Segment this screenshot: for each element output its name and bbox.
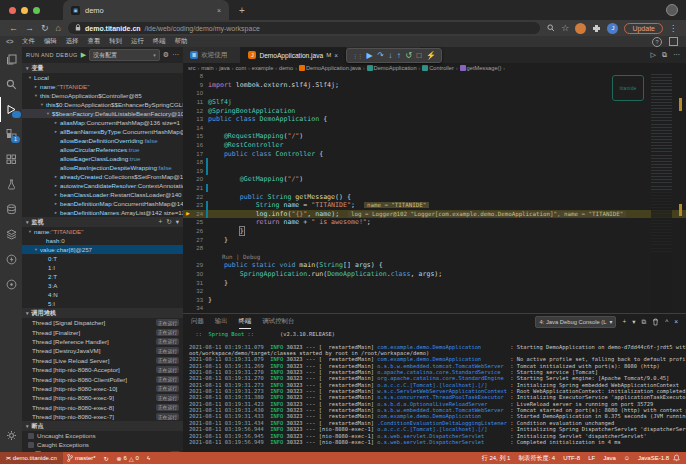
tree-chevron-icon[interactable]: ▾ — [32, 247, 40, 252]
watch-row[interactable]: hash: 0 — [22, 236, 183, 245]
jdk-indicator[interactable]: JavaSE-1.8 — [634, 455, 673, 461]
add-watch-icon[interactable]: + — [158, 218, 162, 226]
encoding-indicator[interactable]: UTF-8 — [559, 455, 584, 461]
chevron-down-icon[interactable]: ▾ — [632, 318, 635, 326]
breadcrumb-item[interactable]: example › — [252, 65, 279, 71]
language-indicator[interactable]: Java — [599, 455, 620, 461]
tree-chevron-icon[interactable]: ▸ — [52, 174, 60, 179]
watch-row[interactable]: 3: A — [22, 281, 183, 290]
help-icon[interactable]: ? — [652, 37, 662, 47]
debug-toolbar-button[interactable]: ↑ — [397, 51, 401, 60]
maximize-panel-icon[interactable]: ^ — [665, 318, 668, 325]
search-icon[interactable] — [0, 72, 22, 97]
current-line-breakpoint-icon[interactable] — [183, 192, 192, 201]
tree-chevron-icon[interactable]: ▸ — [52, 192, 60, 197]
variable-row[interactable]: allowBeanDefinitionOverriding: false — [22, 136, 183, 145]
current-line-breakpoint-icon[interactable] — [183, 244, 192, 253]
tree-chevron-icon[interactable]: ▸ — [52, 129, 60, 134]
debug-toolbar-button[interactable]: ↷ — [377, 51, 384, 60]
watch-row[interactable]: 4: N — [22, 290, 183, 299]
collapse-watch-icon[interactable]: ▾ — [176, 218, 179, 226]
menu-item[interactable]: 文件 — [18, 37, 40, 46]
variable-row[interactable]: ▸ autowireCandidateResolver: ContextAnno… — [22, 181, 183, 190]
close-panel-icon[interactable]: × — [674, 318, 678, 325]
share-icon[interactable] — [0, 272, 22, 297]
code-line[interactable]: 28 — [183, 244, 686, 253]
code-line[interactable]: 34 — [183, 304, 686, 313]
code-line[interactable]: 22 public String getMessage() { — [183, 192, 686, 201]
breadcrumb-item[interactable]: getMessage() › — [460, 65, 507, 71]
code-line[interactable]: 12 @SpringBootApplication — [183, 106, 686, 115]
code-line[interactable]: 27 } — [183, 235, 686, 244]
reload-button[interactable]: ↻ — [41, 24, 49, 33]
problems-indicator[interactable]: ⊗ 6 △ 0 — [113, 455, 143, 462]
code-line[interactable]: 23 String name = "TITANIDE"; name = "TIT… — [183, 201, 686, 210]
thread-row[interactable]: Thread [http-nio-8080-ClientPoller] 正在运行 — [22, 374, 183, 383]
editor-gutter[interactable]: 13 — [183, 115, 208, 124]
variable-row[interactable]: allowCircularReferences: true — [22, 145, 183, 154]
thread-row[interactable]: Thread [DestroyJavaVM] 正在运行 — [22, 346, 183, 355]
thread-row[interactable]: Thread [http-nio-8080-exec-7] 正在运行 — [22, 412, 183, 421]
tree-chevron-icon[interactable]: ▸ — [52, 201, 60, 206]
debug-status-icon[interactable]: ϟ — [143, 455, 154, 461]
code-line[interactable]: 8 — [183, 72, 686, 81]
editor-gutter[interactable]: 31 — [183, 278, 208, 287]
java-status-icon[interactable]: ☺ — [620, 455, 634, 461]
current-line-breakpoint-icon[interactable] — [183, 235, 192, 244]
kill-terminal-icon[interactable] — [652, 318, 659, 326]
panel-tab[interactable]: 问题 — [191, 314, 204, 329]
current-line-breakpoint-icon[interactable] — [183, 252, 192, 261]
checkbox-unchecked[interactable] — [28, 442, 34, 448]
code-line[interactable]: 18 — [183, 158, 686, 167]
search-icon[interactable] — [547, 24, 555, 32]
code-line[interactable]: 14 — [183, 124, 686, 133]
watch-row[interactable]: ▾ value: char[8]@257 — [22, 245, 183, 254]
editor-gutter[interactable]: 16 — [183, 141, 208, 150]
current-line-breakpoint-icon[interactable] — [183, 132, 192, 141]
code-line[interactable]: 29 public static void main(String[] args… — [183, 261, 686, 270]
code-line[interactable]: 15 @RequestMapping("/") — [183, 132, 686, 141]
editor-gutter[interactable]: 33 — [183, 295, 208, 304]
thread-row[interactable]: Thread [Reference Handler] 正在运行 — [22, 337, 183, 346]
tab-size-indicator[interactable]: 制表符长度: 4 — [514, 454, 559, 463]
thread-row[interactable]: Thread [Signal Dispatcher] 正在运行 — [22, 318, 183, 327]
tree-chevron-icon[interactable]: ▾ — [32, 93, 40, 98]
exception-breakpoint-row[interactable]: Caught Exceptions — [22, 440, 183, 449]
editor-gutter[interactable]: 12 — [183, 106, 208, 115]
current-line-breakpoint-icon[interactable] — [183, 158, 192, 167]
test-flask-icon[interactable] — [0, 172, 22, 197]
editor-gutter[interactable]: 30 — [183, 270, 208, 279]
tree-chevron-icon[interactable]: ▸ — [52, 120, 60, 125]
current-line-breakpoint-icon[interactable] — [183, 227, 192, 236]
refresh-watch-icon[interactable]: ↻ — [166, 218, 171, 226]
callstack-section-header[interactable]: ▾ 调用堆栈 — [22, 308, 183, 318]
editor-gutter[interactable]: 27 — [183, 235, 208, 244]
current-line-breakpoint-icon[interactable] — [183, 89, 192, 98]
forward-button[interactable]: → — [25, 24, 34, 33]
chrome-menu-icon[interactable]: ⋮ — [669, 24, 677, 33]
variable-row[interactable]: allowRawInjectionDespiteWrapping: false — [22, 163, 183, 172]
tree-chevron-icon[interactable]: ▾ — [26, 75, 34, 80]
minimize-window-button[interactable] — [21, 7, 28, 14]
settings-gear-icon[interactable] — [0, 423, 22, 448]
code-line[interactable]: 20 @GetMapping("/") — [183, 175, 686, 184]
layers-icon[interactable] — [0, 222, 22, 247]
current-line-breakpoint-icon[interactable] — [183, 72, 192, 81]
menu-item[interactable]: 运行 — [127, 37, 149, 46]
address-bar[interactable]: demo.titanide.cn/ide/web/coding/demo/my-… — [68, 22, 540, 34]
debug-toolbar-button[interactable]: ▶ — [367, 51, 373, 60]
start-debug-button[interactable]: ▶ — [81, 51, 86, 59]
git-branch[interactable]: master* — [63, 454, 100, 462]
variable-row[interactable]: ▸ alreadyCreated: Collections$SetFromMap… — [22, 172, 183, 181]
variable-row[interactable]: ▸ beanClassLoader: RestartClassLoader@14… — [22, 190, 183, 199]
debug-toolbar-button[interactable]: ↓ — [388, 51, 392, 60]
editor-gutter[interactable]: 15 — [183, 132, 208, 141]
current-line-breakpoint-icon[interactable] — [183, 141, 192, 150]
thread-row[interactable]: Thread [http-nio-8080-Acceptor] 正在运行 — [22, 365, 183, 374]
split-terminal-icon[interactable]: ⧉ — [641, 318, 646, 326]
tab-close-icon[interactable]: × — [217, 7, 221, 14]
menu-item[interactable]: 选择 — [61, 37, 83, 46]
new-terminal-icon[interactable]: + — [622, 318, 626, 325]
notifications-bell-icon[interactable] — [673, 454, 680, 462]
extension-avatar-icon[interactable] — [575, 23, 586, 34]
